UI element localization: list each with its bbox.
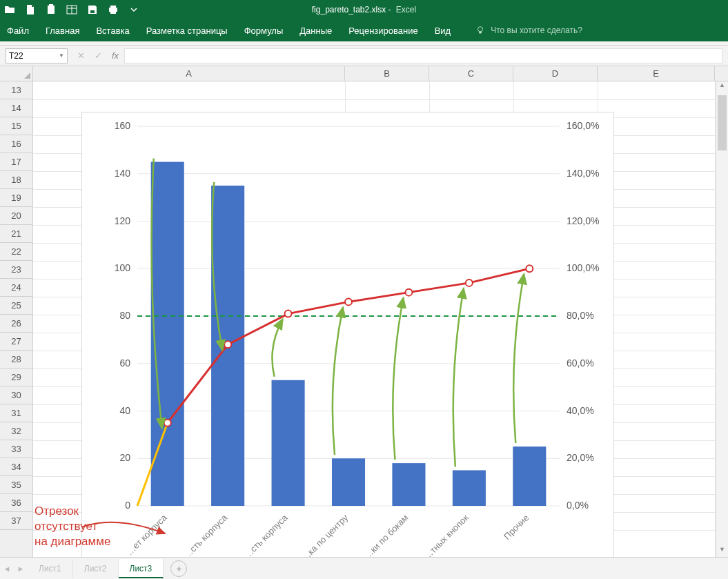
column-headers: A B C D E xyxy=(0,66,728,81)
name-box[interactable]: T22▼ xyxy=(6,48,68,63)
svg-text:…ки по бокам: …ки по бокам xyxy=(362,512,410,560)
tab-review[interactable]: Рецензирование xyxy=(348,26,417,36)
row-header[interactable]: 28 xyxy=(0,351,32,369)
scroll-thumb[interactable] xyxy=(718,95,727,150)
file-open-icon[interactable] xyxy=(4,4,15,15)
row-header[interactable]: 23 xyxy=(0,261,32,279)
row-header[interactable]: 27 xyxy=(0,333,32,351)
title-bar: fig_pareto_tab2.xlsx - Excel xyxy=(0,0,728,19)
svg-text:…сть корпуса: …сть корпуса xyxy=(181,512,230,560)
row-header[interactable]: 31 xyxy=(0,404,32,422)
row-header[interactable]: 37 xyxy=(0,512,32,530)
svg-text:60: 60 xyxy=(119,357,130,369)
row-header[interactable]: 34 xyxy=(0,458,32,476)
svg-text:80: 80 xyxy=(119,310,130,321)
row-header[interactable]: 21 xyxy=(0,225,32,243)
row-header[interactable]: 15 xyxy=(0,117,32,135)
svg-text:100: 100 xyxy=(115,262,131,273)
sheet-tab[interactable]: Лист2 xyxy=(73,559,119,578)
tab-view[interactable]: Вид xyxy=(435,26,451,36)
col-header[interactable]: B xyxy=(345,66,429,81)
add-sheet-button[interactable]: + xyxy=(170,560,187,577)
tab-insert[interactable]: Вставка xyxy=(96,26,129,36)
svg-text:160: 160 xyxy=(115,120,131,131)
tab-formulas[interactable]: Формулы xyxy=(244,26,284,36)
formula-commit-icon[interactable]: ✓ xyxy=(95,50,102,61)
row-header[interactable]: 24 xyxy=(0,279,32,297)
row-header[interactable]: 14 xyxy=(0,99,32,117)
svg-text:140,0%: 140,0% xyxy=(567,168,599,179)
chart-svg: 00,0%2020,0%4040,0%6060,0%8080,0%100100,… xyxy=(82,112,613,567)
col-header[interactable]: A xyxy=(33,66,345,81)
row-header[interactable]: 17 xyxy=(0,153,32,171)
tab-pagelayout[interactable]: Разметка страницы xyxy=(146,26,228,36)
row-header[interactable]: 13 xyxy=(0,81,32,99)
annotation-text: Отрезок отсутствует на диаграмме xyxy=(35,504,110,549)
ribbon-tabs: Файл Главная Вставка Разметка страницы Ф… xyxy=(0,19,728,41)
svg-text:…сть корпуса: …сть корпуса xyxy=(242,512,290,560)
svg-point-55 xyxy=(224,341,231,348)
svg-point-9 xyxy=(478,27,483,32)
svg-text:160,0%: 160,0% xyxy=(567,120,599,131)
row-header[interactable]: 32 xyxy=(0,422,32,440)
row-header[interactable]: 22 xyxy=(0,243,32,261)
svg-text:40: 40 xyxy=(119,405,130,416)
svg-rect-40 xyxy=(272,380,305,506)
svg-text:120: 120 xyxy=(115,215,131,226)
document-title: fig_pareto_tab2.xlsx - Excel xyxy=(312,5,416,14)
svg-text:…ка по центру: …ка по центру xyxy=(299,512,351,563)
col-header[interactable]: C xyxy=(429,66,513,81)
svg-text:20,0%: 20,0% xyxy=(567,452,594,463)
quick-access-toolbar xyxy=(4,4,139,15)
svg-rect-0 xyxy=(48,6,55,14)
paste-icon[interactable] xyxy=(46,4,57,15)
sheet-nav-next-icon[interactable]: ► xyxy=(14,565,28,573)
svg-rect-43 xyxy=(453,470,486,506)
dropdown-icon[interactable]: ▼ xyxy=(59,52,64,59)
row-header[interactable]: 25 xyxy=(0,297,32,315)
svg-point-60 xyxy=(526,265,533,272)
table-icon[interactable] xyxy=(66,4,77,15)
bulb-icon xyxy=(475,26,485,35)
row-header[interactable]: 18 xyxy=(0,171,32,189)
sheet-nav-prev-icon[interactable]: ◄ xyxy=(0,565,14,573)
scroll-up-icon[interactable]: ▲ xyxy=(716,81,728,92)
svg-rect-41 xyxy=(332,458,365,506)
row-header[interactable]: 26 xyxy=(0,315,32,333)
formula-cancel-icon[interactable]: ✕ xyxy=(77,50,85,61)
tell-me[interactable]: Что вы хотите сделать? xyxy=(475,26,582,35)
svg-text:120,0%: 120,0% xyxy=(567,215,599,226)
quick-print-icon[interactable] xyxy=(108,4,119,15)
row-header[interactable]: 33 xyxy=(0,440,32,458)
scroll-down-icon[interactable]: ▼ xyxy=(716,546,728,557)
qat-customize-icon[interactable] xyxy=(128,4,139,15)
tab-file[interactable]: Файл xyxy=(7,26,29,36)
fx-label[interactable]: fx xyxy=(112,50,119,61)
svg-point-57 xyxy=(345,298,352,305)
row-header[interactable]: 36 xyxy=(0,494,32,512)
row-header[interactable]: 16 xyxy=(0,135,32,153)
vertical-scrollbar[interactable]: ▲ ▼ xyxy=(716,81,728,557)
select-all-button[interactable] xyxy=(0,66,33,81)
save-icon[interactable] xyxy=(87,4,98,15)
row-header[interactable]: 29 xyxy=(0,369,32,386)
col-header[interactable]: E xyxy=(598,66,715,81)
sheet-tab[interactable]: Лист1 xyxy=(28,559,73,578)
svg-rect-44 xyxy=(513,446,546,506)
svg-rect-10 xyxy=(479,32,482,34)
tab-home[interactable]: Главная xyxy=(46,26,79,36)
row-header[interactable]: 30 xyxy=(0,386,32,404)
pareto-chart[interactable]: 00,0%2020,0%4040,0%6060,0%8080,0%100100,… xyxy=(81,112,614,567)
row-header[interactable]: 20 xyxy=(0,207,32,225)
svg-rect-5 xyxy=(90,10,95,13)
svg-text:0,0%: 0,0% xyxy=(567,500,589,511)
row-header[interactable]: 19 xyxy=(0,189,32,207)
tab-data[interactable]: Данные xyxy=(299,26,332,36)
row-header[interactable]: 35 xyxy=(0,476,32,494)
new-file-icon[interactable] xyxy=(25,4,36,15)
formula-input[interactable] xyxy=(124,48,722,63)
sheet-tab[interactable]: Лист3 xyxy=(119,559,164,578)
col-header[interactable]: D xyxy=(513,66,598,81)
svg-text:Прочие: Прочие xyxy=(502,513,531,542)
sheet-tab-bar: ◄ ► Лист1 Лист2 Лист3 + xyxy=(0,557,728,579)
